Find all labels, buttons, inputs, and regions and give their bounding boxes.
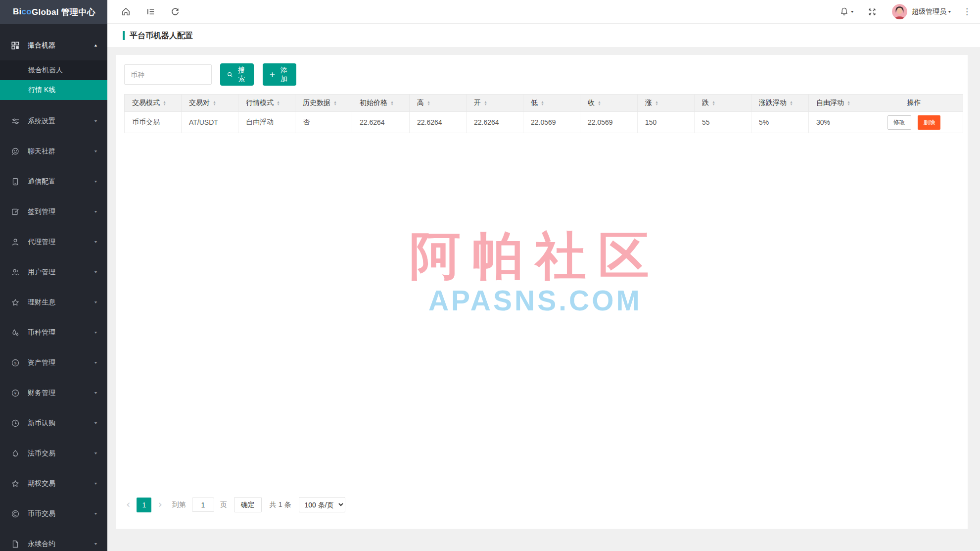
sidebar-item-communication-config[interactable]: 通信配置 ▼: [0, 166, 107, 197]
col-high[interactable]: 高▲▼: [410, 95, 467, 112]
col-open[interactable]: 开▲▼: [467, 95, 523, 112]
sidebar-item-new-coin-subscription[interactable]: 新币认购 ▼: [0, 408, 107, 438]
sidebar-item-label: 永续合约: [28, 540, 55, 549]
sort-icon[interactable]: ▲▼: [213, 100, 216, 105]
sliders-icon: [11, 117, 20, 126]
col-fall[interactable]: 跌▲▼: [695, 95, 751, 112]
sort-icon[interactable]: ▲▼: [655, 100, 658, 105]
sidebar-item-asset-management[interactable]: $ 资产管理 ▼: [0, 348, 107, 378]
goto-suffix-label: 页: [220, 501, 227, 509]
chevron-down-icon: ▼: [93, 150, 98, 153]
sidebar-item-finance-management[interactable]: ¥ 财务管理 ▼: [0, 378, 107, 408]
fire-icon: [11, 449, 20, 458]
pagination: ‹ 1 › 到第 页 确定 共 1 条 100 条/页: [124, 497, 345, 512]
sidebar-item-fiat-trading[interactable]: 法币交易 ▼: [0, 438, 107, 468]
sidebar-subitem-market-kline[interactable]: 行情 K线: [0, 80, 107, 100]
prev-page-button[interactable]: ‹: [124, 500, 132, 510]
user-menu[interactable]: 超级管理员 ▼: [912, 7, 952, 16]
watermark-line1: 阿帕社区: [116, 224, 955, 288]
sort-icon[interactable]: ▲▼: [790, 100, 793, 105]
search-input[interactable]: [124, 64, 212, 85]
col-pair[interactable]: 交易对▲▼: [182, 95, 238, 112]
sidebar-item-agent-management[interactable]: 代理管理 ▼: [0, 227, 107, 257]
svg-text:¥: ¥: [14, 391, 17, 396]
search-button[interactable]: 搜索: [220, 63, 254, 86]
sort-icon[interactable]: ▲▼: [541, 100, 544, 105]
yen-circle-icon: ¥: [11, 389, 20, 398]
add-button[interactable]: 添加: [263, 63, 296, 86]
sidebar-item-options-trading[interactable]: 期权交易 ▼: [0, 468, 107, 499]
sidebar-item-coin-management[interactable]: 币种管理 ▼: [0, 317, 107, 348]
notifications-button[interactable]: ▼: [839, 7, 854, 17]
brand-part2: co: [22, 7, 32, 17]
search-icon: [227, 71, 233, 78]
sort-icon[interactable]: ▲▼: [847, 100, 850, 105]
col-rise-fall-float[interactable]: 涨跌浮动▲▼: [751, 95, 809, 112]
watermark-line2: APASNS.COM: [116, 284, 955, 317]
sidebar-subitem-matching-robots[interactable]: 撮合机器人: [0, 60, 107, 80]
cell-open: 22.6264: [467, 112, 523, 133]
sort-icon[interactable]: ▲▼: [598, 100, 601, 105]
cell-low: 22.0569: [523, 112, 580, 133]
sidebar-item-system-settings[interactable]: 系统设置 ▼: [0, 106, 107, 136]
cell-actions: 修改 删除: [865, 112, 963, 133]
chevron-down-icon: ▼: [93, 240, 98, 244]
sidebar: Bico Global 管理中心 撮合机器 ▲ 撮合机器人 行情 K线 系统设置…: [0, 0, 107, 551]
cell-history-data: 否: [295, 112, 352, 133]
sidebar-item-spot-trading[interactable]: 币币交易 ▼: [0, 499, 107, 529]
refresh-icon[interactable]: [170, 7, 180, 17]
sort-icon[interactable]: ▲▼: [163, 100, 166, 105]
page-size-select[interactable]: 100 条/页: [299, 497, 345, 512]
col-free-float[interactable]: 自由浮动▲▼: [809, 95, 865, 112]
col-close[interactable]: 收▲▼: [580, 95, 638, 112]
col-initial-price[interactable]: 初始价格▲▼: [352, 95, 410, 112]
cell-pair: AT/USDT: [182, 112, 238, 133]
sidebar-item-label: 签到管理: [28, 207, 55, 216]
sidebar-item-wealth-management[interactable]: 理财生息 ▼: [0, 287, 107, 317]
home-icon[interactable]: [121, 7, 131, 17]
robots-table: 交易模式▲▼ 交易对▲▼ 行情模式▲▼ 历史数据▲▼ 初始价格▲▼ 高▲▼ 开▲…: [124, 94, 963, 133]
sort-icon[interactable]: ▲▼: [277, 100, 280, 105]
page-1-button[interactable]: 1: [137, 498, 151, 512]
goto-page-input[interactable]: [192, 498, 214, 512]
fullscreen-icon[interactable]: [867, 7, 877, 17]
col-rise[interactable]: 涨▲▼: [638, 95, 695, 112]
sidebar-item-perpetual-contract[interactable]: 永续合约 ▼: [0, 529, 107, 551]
delete-button[interactable]: 删除: [918, 115, 940, 130]
sidebar-item-user-management[interactable]: 用户管理 ▼: [0, 257, 107, 287]
edit-button[interactable]: 修改: [887, 115, 911, 130]
confirm-button[interactable]: 确定: [234, 497, 262, 512]
col-history-data[interactable]: 历史数据▲▼: [295, 95, 352, 112]
topbar-left: [121, 7, 180, 17]
next-page-button[interactable]: ›: [156, 500, 164, 510]
col-low[interactable]: 低▲▼: [523, 95, 580, 112]
avatar[interactable]: [892, 4, 907, 19]
col-market-mode[interactable]: 行情模式▲▼: [238, 95, 295, 112]
sidebar-item-checkin-management[interactable]: 签到管理 ▼: [0, 197, 107, 227]
sidebar-item-label: 用户管理: [28, 268, 55, 277]
cell-rise: 150: [638, 112, 695, 133]
sidebar-item-matching-robot[interactable]: 撮合机器 ▲: [0, 30, 107, 60]
topbar: ▼ 超级管理员 ▼ ⋮: [107, 0, 980, 24]
sidebar-item-label: 法币交易: [28, 449, 55, 458]
table-header-row: 交易模式▲▼ 交易对▲▼ 行情模式▲▼ 历史数据▲▼ 初始价格▲▼ 高▲▼ 开▲…: [125, 95, 963, 112]
sidebar-item-chat-community[interactable]: 聊天社群 ▼: [0, 136, 107, 166]
page-header: 平台币机器人配置: [107, 24, 980, 47]
sidebar-item-label: 通信配置: [28, 177, 55, 186]
sort-icon[interactable]: ▲▼: [333, 100, 337, 105]
col-trade-mode[interactable]: 交易模式▲▼: [125, 95, 182, 112]
sort-icon[interactable]: ▲▼: [712, 100, 715, 105]
brand-part1: Bi: [13, 7, 22, 17]
chevron-down-icon: ▼: [93, 512, 98, 516]
sidebar-item-label: 资产管理: [28, 358, 55, 367]
sort-icon[interactable]: ▲▼: [427, 100, 430, 105]
col-actions: 操作: [865, 95, 963, 112]
more-vertical-icon[interactable]: ⋮: [963, 7, 971, 16]
cell-fall: 55: [695, 112, 751, 133]
sort-icon[interactable]: ▲▼: [484, 100, 487, 105]
chevron-down-icon: ▼: [93, 331, 98, 335]
goto-prefix-label: 到第: [172, 501, 186, 509]
layout-list-icon[interactable]: [145, 7, 155, 17]
sort-icon[interactable]: ▲▼: [390, 100, 394, 105]
chevron-down-icon: ▼: [93, 542, 98, 546]
